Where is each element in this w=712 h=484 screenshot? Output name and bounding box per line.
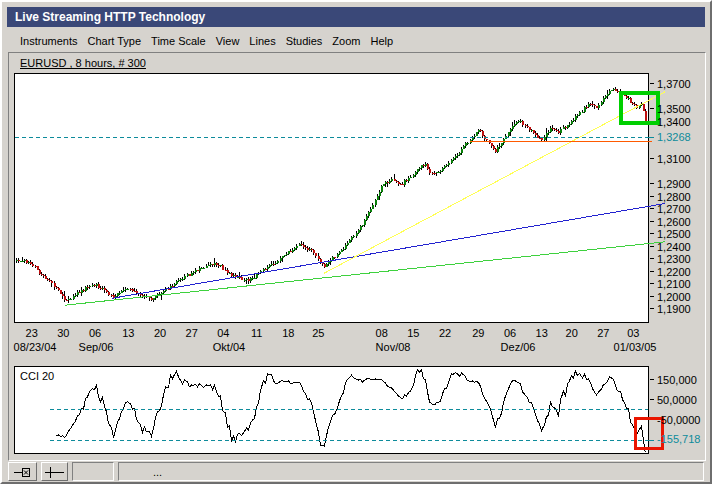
menu-item-zoom[interactable]: Zoom [327,32,365,50]
app-window: Live Streaming HTTP Technology Instrumen… [0,0,712,484]
time-axis-month-label: Dez/06 [501,341,536,353]
price-axis-label: 1,2200 [657,266,691,278]
price-axis-label: 1,2800 [657,191,691,203]
cci-axis-label: 150,000 [657,374,697,386]
time-axis-week-label: 29 [472,327,484,339]
time-axis-week-label: 30 [57,327,69,339]
menubar: InstrumentsChart TypeTime ScaleViewLines… [7,30,705,51]
time-axis-week-label: 25 [312,327,324,339]
price-axis-label: 1,1900 [657,303,691,315]
price-axis-label: 1,2100 [657,278,691,290]
menu-item-instruments[interactable]: Instruments [15,32,82,50]
chart-client-area: EURUSD , 8 hours, # 300 CCI 20 1,3268 -1… [8,52,706,461]
price-axis-label: 1,3400 [657,116,691,128]
cci-axis-label: -50,0000 [657,414,700,426]
time-axis-week-label: 23 [26,327,38,339]
price-axis-label: 1,2600 [657,216,691,228]
time-axis-month-label: 08/23/04 [14,341,57,353]
dock-button[interactable] [8,462,37,481]
time-axis-month-label: 01/03/05 [614,341,657,353]
price-axis-label: 1,2000 [657,291,691,303]
cci-study-label: CCI 20 [20,370,54,382]
price-axis-label: 1,2700 [657,203,691,215]
statusbar: ... [8,461,704,483]
current-price-label: 1,3268 [657,131,691,143]
price-axis-label: 1,2500 [657,228,691,240]
time-axis-week-label: 18 [282,327,294,339]
time-axis-week-label: 22 [439,327,451,339]
time-axis-week-label: 11 [251,327,262,339]
time-axis-week-label: 15 [407,327,419,339]
price-axis-label: 1,2400 [657,241,691,253]
status-panel-empty [72,462,114,481]
window-title: Live Streaming HTTP Technology [15,10,205,24]
time-axis-week-label: 03 [627,327,639,339]
time-axis-week-label: 13 [536,327,548,339]
crosshair-icon [44,466,65,478]
menu-item-view[interactable]: View [211,32,245,50]
menu-item-studies[interactable]: Studies [281,32,328,50]
price-axis-label: 1,2900 [657,178,691,190]
time-axis-week-label: 27 [186,327,198,339]
time-axis-month-label: Sep/06 [79,341,114,353]
crosshair-button[interactable] [41,462,68,481]
menu-item-lines[interactable]: Lines [244,32,280,50]
pin-icon [13,466,32,478]
time-axis-week-label: 04 [217,327,229,339]
status-panel-message: ... [118,462,704,481]
time-axis-week-label: 13 [122,327,134,339]
price-and-cci-chart[interactable] [9,53,703,458]
time-axis-week-label: 20 [154,327,166,339]
menu-item-chart-type[interactable]: Chart Type [82,32,146,50]
menu-item-time-scale[interactable]: Time Scale [146,32,211,50]
time-axis-week-label: 06 [89,327,101,339]
time-axis-week-label: 27 [597,327,609,339]
current-cci-label: -155,718 [657,433,700,445]
menu-item-help[interactable]: Help [365,32,398,50]
time-axis-month-label: Nov/08 [376,341,411,353]
status-message: ... [153,466,162,478]
cci-axis-label: 50,0000 [657,394,697,406]
time-axis-week-label: 08 [376,327,388,339]
time-axis-week-label: 06 [504,327,516,339]
price-axis-label: 1,3700 [657,78,691,90]
price-axis-label: 1,3500 [657,103,691,115]
price-axis-label: 1,3100 [657,153,691,165]
titlebar[interactable]: Live Streaming HTTP Technology [7,7,705,27]
instrument-label: EURUSD , 8 hours, # 300 [20,57,146,69]
price-axis-label: 1,2300 [657,253,691,265]
time-axis-month-label: Okt/04 [213,341,245,353]
time-axis-week-label: 20 [566,327,578,339]
